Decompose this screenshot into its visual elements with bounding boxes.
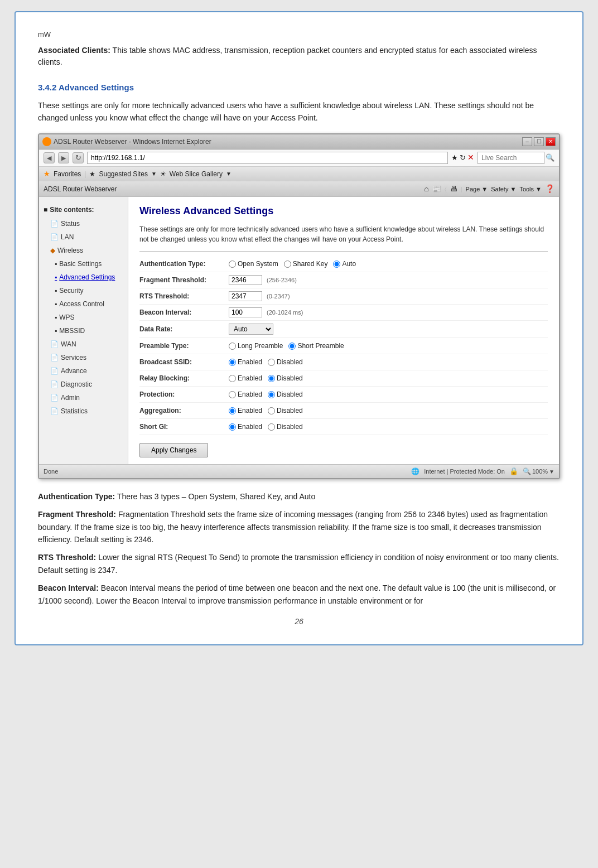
sidebar-item-status[interactable]: 📄 Status (39, 217, 128, 230)
live-search-input[interactable] (478, 152, 544, 164)
sidebar-item-services[interactable]: 📄 Services (39, 351, 128, 364)
printer-icon[interactable]: 🖶 (450, 184, 457, 195)
search-box: 🔍 (478, 152, 554, 164)
broadcast-ssid-disabled[interactable]: Disabled (268, 357, 303, 367)
beacon-interval-bold-label: Beacon Interval: (38, 584, 99, 592)
back-button[interactable]: ◀ (44, 152, 55, 163)
sidebar-item-lan[interactable]: 📄 LAN (39, 230, 128, 244)
page-menu[interactable]: Page ▼ (466, 185, 488, 194)
protection-row: Protection: Enabled Disabled (139, 387, 548, 403)
adsl-router-webserver-menu[interactable]: ADSL Router Webserver (44, 184, 117, 194)
zoom-dropdown-icon[interactable]: ▼ (549, 467, 554, 476)
broadcast-ssid-disabled-radio[interactable] (268, 359, 275, 366)
sidebar-header-label: Site contents: (50, 205, 94, 215)
auth-shared-key-radio[interactable] (284, 261, 291, 268)
auth-auto[interactable]: Auto (333, 259, 356, 269)
sidebar-item-mbssid[interactable]: ▪ MBSSID (39, 324, 128, 337)
sidebar-wireless-label: Wireless (57, 245, 83, 255)
preamble-short[interactable]: Short Preamble (288, 341, 344, 351)
broadcast-ssid-enabled-radio[interactable] (229, 359, 236, 366)
apply-changes-button[interactable]: Apply Changes (139, 443, 208, 457)
tools-menu[interactable]: Tools ▼ (519, 185, 542, 194)
sidebar-item-wireless[interactable]: ◆ Wireless (39, 244, 128, 257)
sidebar-item-security[interactable]: ▪ Security (39, 284, 128, 297)
bottom-text-section: Authentication Type: There has 3 types –… (38, 490, 560, 607)
preamble-short-radio[interactable] (288, 343, 296, 350)
sidebar-item-advance[interactable]: 📄 Advance (39, 364, 128, 378)
wan-icon: 📄 (50, 339, 59, 349)
feed-icon[interactable]: 📰 (432, 184, 441, 195)
sidebar-item-diagnostic[interactable]: 📄 Diagnostic (39, 378, 128, 391)
auth-type-desc-text: There has 3 types – Open System, Shared … (117, 492, 315, 501)
sidebar-statistics-label: Statistics (61, 406, 88, 416)
short-gi-enabled[interactable]: Enabled (229, 422, 262, 432)
sidebar-item-wan[interactable]: 📄 WAN (39, 337, 128, 351)
relay-blocking-enabled-radio[interactable] (229, 375, 236, 382)
aggregation-disabled-radio[interactable] (268, 407, 275, 414)
sidebar-item-admin[interactable]: 📄 Admin (39, 391, 128, 404)
short-gi-disabled[interactable]: Disabled (268, 422, 303, 432)
close-button[interactable]: ✕ (546, 137, 556, 146)
safety-menu[interactable]: Safety ▼ (491, 185, 516, 194)
associated-clients-text: This table shows MAC address, transmissi… (38, 46, 537, 66)
search-icon[interactable]: 🔍 (546, 152, 554, 163)
refresh-button[interactable]: ↻ (73, 152, 84, 163)
fragment-threshold-hint: (256-2346) (267, 276, 297, 285)
associated-clients-desc: Associated Clients: This table shows MAC… (38, 45, 560, 68)
advance-icon: 📄 (50, 366, 59, 376)
protection-disabled[interactable]: Disabled (268, 389, 303, 399)
zoom-level[interactable]: 🔍 100% ▼ (523, 466, 554, 476)
short-gi-enabled-radio[interactable] (229, 423, 236, 431)
sidebar-status-label: Status (61, 219, 80, 229)
sidebar-advanced-settings-label: Advanced Settings (59, 272, 115, 282)
relay-blocking-disabled-radio[interactable] (268, 375, 275, 382)
web-slice-dropdown-icon[interactable]: ▼ (226, 170, 232, 178)
protection-enabled-radio[interactable] (229, 391, 236, 398)
protection-disabled-radio[interactable] (268, 391, 275, 398)
dropdown-icon[interactable]: ▼ (151, 170, 157, 178)
protection-enabled[interactable]: Enabled (229, 389, 262, 399)
sidebar-item-basic-settings[interactable]: ▪ Basic Settings (39, 257, 128, 271)
minimize-button[interactable]: – (522, 137, 532, 146)
aggregation-enabled[interactable]: Enabled (229, 406, 262, 416)
sidebar-security-label: Security (59, 286, 83, 296)
section-heading: 3.4.2 Advanced Settings (38, 81, 560, 94)
rts-threshold-desc-text: Lower the signal RTS (Request To Send) t… (38, 553, 559, 574)
short-gi-disabled-radio[interactable] (268, 423, 275, 431)
mbssid-icon: ▪ (55, 326, 57, 336)
relay-blocking-disabled[interactable]: Disabled (268, 373, 303, 383)
home-icon[interactable]: ⌂ (424, 183, 428, 195)
auth-open-system-radio[interactable] (229, 261, 236, 268)
fragment-threshold-input[interactable] (229, 275, 262, 285)
maximize-button[interactable]: ☐ (534, 137, 544, 146)
protected-mode-icon: 🌐 (411, 466, 419, 476)
preamble-long[interactable]: Long Preamble (229, 341, 283, 351)
help-icon[interactable]: ❓ (545, 183, 554, 195)
relay-blocking-enabled[interactable]: Enabled (229, 373, 262, 383)
sidebar-advance-label: Advance (61, 366, 87, 376)
sidebar-item-wps[interactable]: ▪ WPS (39, 311, 128, 324)
broadcast-ssid-enabled[interactable]: Enabled (229, 357, 262, 367)
data-rate-row: Data Rate: Auto 1 Mbps 2 Mbps 5.5 Mbps 1… (139, 321, 548, 338)
aggregation-label: Aggregation: (139, 406, 229, 416)
beacon-interval-input[interactable] (229, 307, 262, 317)
diagnostic-icon: 📄 (50, 379, 59, 389)
statusbar-right: 🌐 Internet | Protected Mode: On 🔒 🔍 100%… (411, 466, 554, 477)
address-input[interactable] (87, 152, 448, 164)
beacon-interval-desc-text: Beacon Interval means the period of time… (38, 584, 556, 605)
aggregation-enabled-radio[interactable] (229, 407, 236, 414)
aggregation-disabled[interactable]: Disabled (268, 406, 303, 416)
settings-table: Authentication Type: Open System Shared … (139, 256, 548, 435)
sidebar-item-access-control[interactable]: ▪ Access Control (39, 297, 128, 311)
broadcast-ssid-label: Broadcast SSID: (139, 357, 229, 367)
sidebar-item-advanced-settings[interactable]: ▪ Advanced Settings (39, 271, 128, 284)
preamble-long-radio[interactable] (229, 343, 236, 350)
data-rate-select[interactable]: Auto 1 Mbps 2 Mbps 5.5 Mbps 11 Mbps 54 M… (229, 324, 273, 335)
auth-shared-key[interactable]: Shared Key (284, 259, 328, 269)
forward-button[interactable]: ▶ (58, 152, 69, 163)
auth-open-system[interactable]: Open System (229, 259, 278, 269)
menubar-right: ⌂ 📰 〈 🖶 | Page ▼ Safety ▼ Tools ▼ ❓ (424, 183, 554, 195)
sidebar-item-statistics[interactable]: 📄 Statistics (39, 404, 128, 418)
auth-auto-radio[interactable] (333, 261, 340, 268)
rts-threshold-input[interactable] (229, 291, 262, 301)
